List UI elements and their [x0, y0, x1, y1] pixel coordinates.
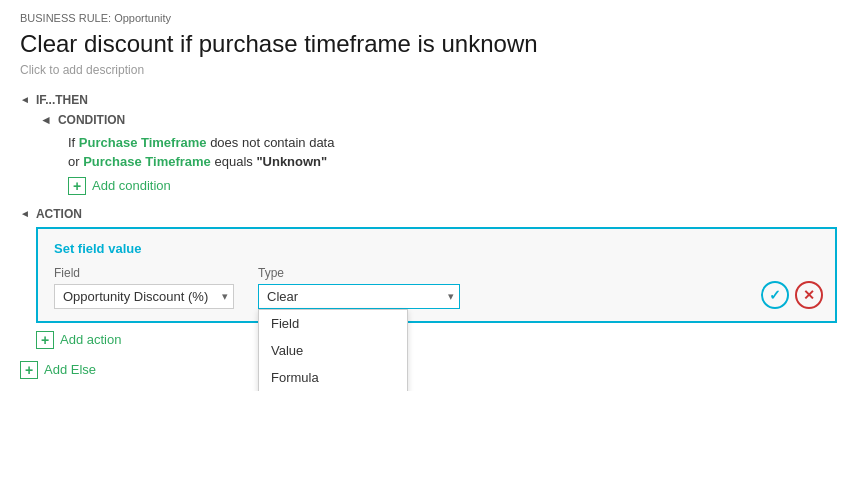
action-card-buttons: ✓ ✕ [761, 281, 823, 309]
condition-field-2: Purchase Timeframe [83, 154, 211, 169]
field-row: Field Opportunity Discount (%) Type ▾ [54, 266, 819, 309]
cancel-button[interactable]: ✕ [795, 281, 823, 309]
condition-text-1: does not contain data [210, 135, 334, 150]
add-else-row[interactable]: + Add Else [20, 361, 837, 379]
add-action-button[interactable]: + [36, 331, 54, 349]
add-else-label: Add Else [44, 362, 96, 377]
action-content: Set field value Field Opportunity Discou… [36, 227, 837, 349]
condition-rows: If Purchase Timeframe does not contain d… [56, 135, 837, 195]
condition-chevron: ◄ [40, 113, 52, 127]
field-group: Field Opportunity Discount (%) [54, 266, 234, 309]
add-condition-label: Add condition [92, 178, 171, 193]
type-input[interactable] [258, 284, 460, 309]
action-section: ◄ ACTION Set field value Field Opportuni… [20, 207, 837, 349]
if-then-content: ◄ CONDITION If Purchase Timeframe does n… [40, 113, 837, 195]
dropdown-option-field[interactable]: Field [259, 310, 407, 337]
action-label: ACTION [36, 207, 82, 221]
type-input-wrapper: ▾ Field Value Formula Clear [258, 284, 460, 309]
action-chevron: ◄ [20, 208, 30, 219]
action-card: Set field value Field Opportunity Discou… [36, 227, 837, 323]
action-header[interactable]: ◄ ACTION [20, 207, 837, 221]
add-else-button[interactable]: + [20, 361, 38, 379]
add-action-row[interactable]: + Add action [36, 331, 837, 349]
page-container: BUSINESS RULE: Opportunity Clear discoun… [0, 0, 857, 391]
type-dropdown-list: Field Value Formula Clear [258, 309, 408, 391]
type-group: Type ▾ Field Value Formula Clear [258, 266, 460, 309]
page-title: Clear discount if purchase timeframe is … [20, 30, 837, 59]
if-then-label: IF...THEN [36, 93, 88, 107]
condition-row-1: If Purchase Timeframe does not contain d… [68, 135, 837, 150]
condition-field-1: Purchase Timeframe [79, 135, 207, 150]
add-condition-row[interactable]: + Add condition [68, 177, 837, 195]
if-then-chevron: ◄ [20, 94, 30, 105]
condition-text-2: equals [214, 154, 256, 169]
condition-keyword-2: or [68, 154, 83, 169]
condition-value-2: "Unknown" [256, 154, 327, 169]
condition-keyword-1: If [68, 135, 79, 150]
breadcrumb: BUSINESS RULE: Opportunity [20, 12, 837, 24]
condition-label: CONDITION [58, 113, 125, 127]
add-action-label: Add action [60, 332, 121, 347]
dropdown-option-formula[interactable]: Formula [259, 364, 407, 391]
condition-row-2: or Purchase Timeframe equals "Unknown" [68, 154, 837, 169]
action-card-title: Set field value [54, 241, 819, 256]
condition-header[interactable]: ◄ CONDITION [40, 113, 837, 127]
dropdown-option-value[interactable]: Value [259, 337, 407, 364]
field-select[interactable]: Opportunity Discount (%) [54, 284, 234, 309]
add-condition-button[interactable]: + [68, 177, 86, 195]
if-then-header[interactable]: ◄ IF...THEN [20, 93, 837, 107]
type-label: Type [258, 266, 460, 280]
field-select-wrapper: Opportunity Discount (%) [54, 284, 234, 309]
confirm-button[interactable]: ✓ [761, 281, 789, 309]
field-label: Field [54, 266, 234, 280]
if-then-section: ◄ IF...THEN ◄ CONDITION If Purchase Time… [20, 93, 837, 195]
page-description[interactable]: Click to add description [20, 63, 837, 77]
